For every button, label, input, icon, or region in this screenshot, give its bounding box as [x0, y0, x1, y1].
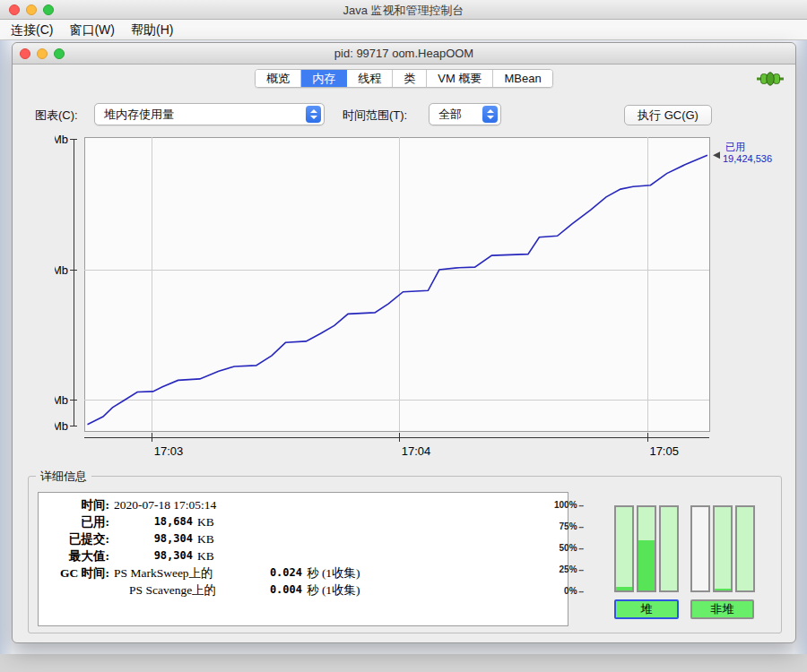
time-range-label: 时间范围(T): — [343, 108, 407, 124]
heap-gauge-bar-1 — [637, 505, 656, 592]
non-heap-gauge-bar-0 — [690, 505, 710, 592]
window-bottom-strip — [0, 654, 807, 672]
gauge-scale-label: 25% — [527, 564, 583, 574]
tab-概览[interactable]: 概览 — [256, 70, 301, 87]
details-group: 详细信息 时间:2020-07-18 17:05:14已用:18,684KB已提… — [28, 476, 782, 633]
chart-select-label: 图表(C): — [35, 108, 78, 124]
tab-类[interactable]: 类 — [393, 70, 427, 87]
detail-number: 0.004 — [250, 582, 302, 599]
detail-unit: 秒 (1收集) — [307, 564, 360, 582]
connection-status-plug-icon — [757, 72, 784, 86]
tab-segmented-control: 概览内存线程类VM 概要MBean — [255, 69, 552, 88]
pid-window: pid: 99717 oom.HeapOOM 概览内存线程类VM 概要MBean… — [12, 42, 796, 643]
pid-window-title: pid: 99717 oom.HeapOOM — [13, 47, 795, 60]
legend-series-name: 已用 — [725, 142, 745, 152]
gauge-used-fill — [616, 587, 632, 590]
menu-item-1[interactable]: 窗口(W) — [61, 20, 123, 39]
y-tick-label: 10 Mb — [55, 393, 68, 407]
detail-unit: KB — [197, 513, 214, 530]
chart-select[interactable]: 堆内存使用量 — [94, 103, 325, 125]
x-tick-label: 17:05 — [649, 444, 679, 458]
heap-gauge-bar-0 — [614, 505, 634, 592]
x-tick-label: 17:04 — [402, 444, 431, 458]
y-tick-label: 15 Mb — [55, 263, 68, 277]
non-heap-gauge-bar-2 — [735, 505, 755, 592]
gauge-used-fill — [715, 589, 731, 590]
details-text-area[interactable]: 时间:2020-07-18 17:05:14已用:18,684KB已提交:98,… — [38, 492, 568, 626]
y-tick-label: 20 Mb — [55, 133, 68, 146]
non-heap-button[interactable]: 非堆 — [690, 599, 754, 619]
tab-bar: 概览内存线程类VM 概要MBean — [13, 65, 795, 90]
detail-row-5: PS Scavenge上的0.004秒 (1收集) — [39, 582, 568, 599]
detail-label: 时间: — [39, 496, 114, 513]
perform-gc-button[interactable]: 执行 GC(G) — [624, 105, 712, 125]
detail-text: 2020-07-18 17:05:14 — [114, 496, 216, 513]
detail-row-4: GC 时间:PS MarkSweep上的0.024秒 (1收集) — [39, 564, 568, 582]
time-range-select[interactable]: 全部 — [429, 103, 501, 125]
chevron-up-down-icon — [306, 106, 321, 123]
legend-current-value: 19,424,536 — [723, 153, 772, 164]
detail-text: PS Scavenge上的 — [129, 582, 250, 599]
tab-VM 概要[interactable]: VM 概要 — [427, 70, 493, 87]
plot-area — [84, 137, 709, 431]
heap-memory-usage-chart: 20 Mb15 Mb10 Mb9.0 Mb17:0317:0417:05已用19… — [55, 131, 790, 470]
menu-bar: 连接(C)窗口(W)帮助(H) — [0, 20, 807, 40]
chevron-up-down-icon — [482, 106, 498, 123]
detail-row-0: 时间:2020-07-18 17:05:14 — [39, 496, 568, 513]
detail-label: 最大值: — [39, 547, 114, 564]
detail-number: 98,304 — [114, 547, 193, 564]
tab-线程[interactable]: 线程 — [347, 70, 393, 87]
gauge-scale-label: 50% — [527, 543, 583, 553]
detail-unit: KB — [197, 547, 214, 564]
menu-item-0[interactable]: 连接(C) — [3, 20, 61, 39]
gauge-scale-label: 75% — [527, 521, 583, 531]
detail-row-2: 已提交:98,304KB — [39, 530, 568, 547]
details-group-title: 详细信息 — [36, 469, 91, 485]
heap-gauge-bar-2 — [659, 505, 679, 592]
detail-number: 98,304 — [114, 530, 193, 547]
detail-text: PS MarkSweep上的 — [114, 564, 250, 582]
time-range-value: 全部 — [438, 107, 462, 123]
main-window-title: Java 监视和管理控制台 — [0, 3, 807, 19]
gauge-used-fill — [638, 540, 655, 590]
gauge-scale-label: 100% — [527, 500, 583, 510]
detail-unit: 秒 (1收集) — [307, 582, 360, 599]
detail-label: 已提交: — [39, 530, 114, 547]
detail-number: 18,684 — [114, 513, 193, 530]
detail-unit: KB — [197, 530, 214, 547]
detail-row-3: 最大值:98,304KB — [39, 547, 568, 564]
pid-window-titlebar: pid: 99717 oom.HeapOOM — [13, 43, 795, 65]
detail-label: 已用: — [39, 513, 114, 530]
tab-MBean[interactable]: MBean — [493, 70, 551, 87]
chart-select-value: 堆内存使用量 — [104, 107, 174, 123]
detail-row-1: 已用:18,684KB — [39, 513, 568, 530]
detail-number: 0.024 — [250, 564, 302, 582]
x-tick-label: 17:03 — [154, 444, 184, 458]
main-window-titlebar: Java 监视和管理控制台 — [0, 0, 807, 20]
detail-label: GC 时间: — [39, 564, 114, 582]
menu-item-2[interactable]: 帮助(H) — [123, 20, 181, 39]
heap-button[interactable]: 堆 — [614, 599, 679, 619]
tab-内存[interactable]: 内存 — [301, 70, 347, 87]
gauge-scale-label: 0% — [527, 586, 583, 596]
current-value-marker — [713, 151, 720, 159]
y-tick-label: 9.0 Mb — [55, 419, 68, 433]
non-heap-gauge-bar-1 — [713, 505, 733, 592]
detail-label — [39, 582, 114, 599]
